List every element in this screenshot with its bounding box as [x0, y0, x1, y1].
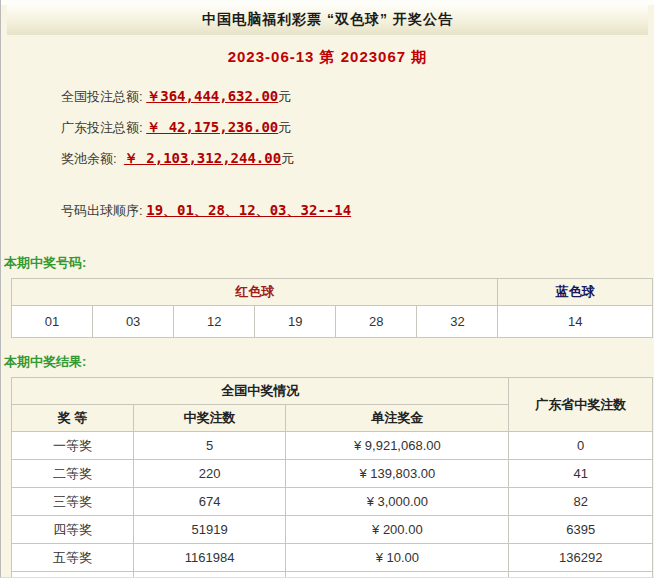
gd-winner-count: 0: [509, 432, 653, 460]
prize-amount: ¥ 10.00: [286, 544, 509, 572]
winner-count: 220: [133, 460, 286, 488]
draw-period-title: 2023-06-13 第 2023067 期: [1, 48, 654, 67]
column-header-prize-tier: 奖 等: [12, 405, 134, 432]
winner-count: 674: [133, 488, 286, 516]
red-ball-6: 32: [417, 306, 498, 338]
blue-ball-header: 蓝色球: [498, 279, 653, 306]
prize-pool-line: 奖池余额: ￥ 2,103,312,244.00元: [61, 150, 654, 168]
prize-amount: ¥ 9,921,068.00: [286, 432, 509, 460]
red-ball-2: 03: [93, 306, 174, 338]
table-row: 三等奖 674 ¥ 3,000.00 82: [12, 488, 653, 516]
winning-numbers-table: 红色球 蓝色球 01 03 12 19 28 32 14: [11, 278, 653, 338]
red-ball-header: 红色球: [12, 279, 498, 306]
national-total-suffix: 元: [278, 89, 291, 104]
red-ball-3: 12: [174, 306, 255, 338]
prize-tier: 三等奖: [12, 488, 134, 516]
guangdong-total-suffix: 元: [278, 120, 291, 135]
winner-count: 51919: [133, 516, 286, 544]
prize-pool-suffix: 元: [281, 151, 294, 166]
gd-winner-count: 41: [509, 460, 653, 488]
guangdong-total-value: ￥ 42,175,236.00: [146, 119, 278, 135]
guangdong-total-label: 广东投注总额:: [61, 120, 146, 135]
prize-pool-label: 奖池余额:: [61, 151, 124, 166]
gd-winner-count: 733840: [509, 572, 653, 578]
gd-winner-count: 6395: [509, 516, 653, 544]
prize-amount: ¥ 3,000.00: [286, 488, 509, 516]
prize-tier: 五等奖: [12, 544, 134, 572]
winner-count: 5: [133, 432, 286, 460]
table-row: 六等奖 6305104 ¥ 5.00 733840: [12, 572, 653, 578]
ball-order-line: 号码出球顺序: 19、01、28、12、03、32--14: [61, 202, 654, 220]
national-total-value: ￥364,444,632.00: [146, 88, 278, 104]
national-total-line: 全国投注总额: ￥364,444,632.00元: [61, 88, 654, 106]
ball-order-label: 号码出球顺序:: [61, 203, 146, 218]
prize-pool-value: ￥ 2,103,312,244.00: [124, 150, 281, 166]
prize-amount: ¥ 5.00: [286, 572, 509, 578]
betting-stats: 全国投注总额: ￥364,444,632.00元 广东投注总额: ￥ 42,17…: [61, 88, 654, 168]
winning-numbers-section-title: 本期中奖号码:: [4, 254, 654, 272]
prize-tier: 四等奖: [12, 516, 134, 544]
blue-ball: 14: [498, 306, 653, 338]
page-title: 中国电脑福利彩票 “双色球” 开奖公告: [202, 11, 453, 29]
column-header-winner-count: 中奖注数: [133, 405, 286, 432]
red-ball-4: 19: [255, 306, 336, 338]
announcement-page: 中国电脑福利彩票 “双色球” 开奖公告 2023-06-13 第 2023067…: [0, 0, 654, 578]
winner-count: 1161984: [133, 544, 286, 572]
ball-order-value: 19、01、28、12、03、32--14: [146, 202, 351, 218]
prize-tier: 六等奖: [12, 572, 134, 578]
national-total-label: 全国投注总额:: [61, 89, 146, 104]
table-row: 一等奖 5 ¥ 9,921,068.00 0: [12, 432, 653, 460]
national-results-header: 全国中奖情况: [12, 378, 509, 405]
winner-count: 6305104: [133, 572, 286, 578]
table-row: 五等奖 1161984 ¥ 10.00 136292: [12, 544, 653, 572]
table-row: 四等奖 51919 ¥ 200.00 6395: [12, 516, 653, 544]
prize-tier: 二等奖: [12, 460, 134, 488]
guangdong-total-line: 广东投注总额: ￥ 42,175,236.00元: [61, 119, 654, 137]
table-row: 二等奖 220 ¥ 139,803.00 41: [12, 460, 653, 488]
column-header-prize-amount: 单注奖金: [286, 405, 509, 432]
page-header-bar: 中国电脑福利彩票 “双色球” 开奖公告: [7, 5, 648, 35]
results-section-title: 本期中奖结果:: [4, 353, 654, 371]
prize-results-table: 全国中奖情况 广东省中奖注数 奖 等 中奖注数 单注奖金 一等奖 5 ¥ 9,9…: [11, 377, 653, 578]
gd-winner-count: 136292: [509, 544, 653, 572]
red-ball-5: 28: [336, 306, 417, 338]
guangdong-results-header: 广东省中奖注数: [509, 378, 653, 432]
prize-amount: ¥ 200.00: [286, 516, 509, 544]
prize-tier: 一等奖: [12, 432, 134, 460]
prize-amount: ¥ 139,803.00: [286, 460, 509, 488]
red-ball-1: 01: [12, 306, 93, 338]
gd-winner-count: 82: [509, 488, 653, 516]
